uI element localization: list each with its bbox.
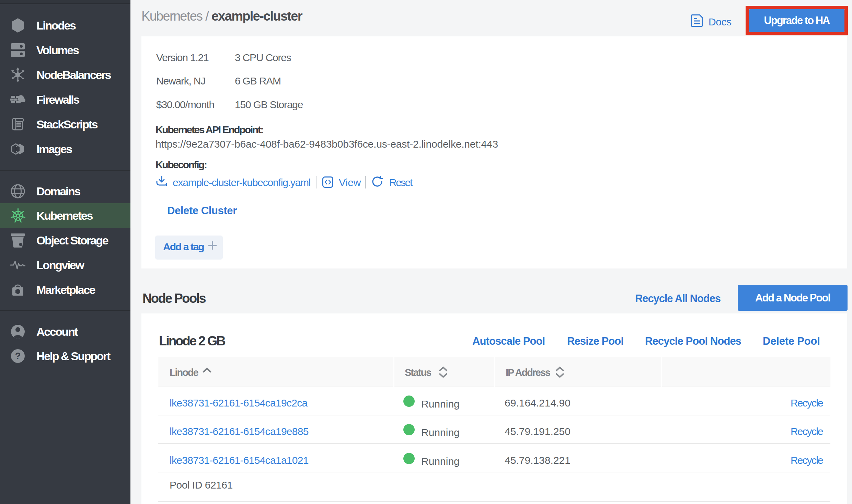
svg-text:?: ? [15,351,21,361]
